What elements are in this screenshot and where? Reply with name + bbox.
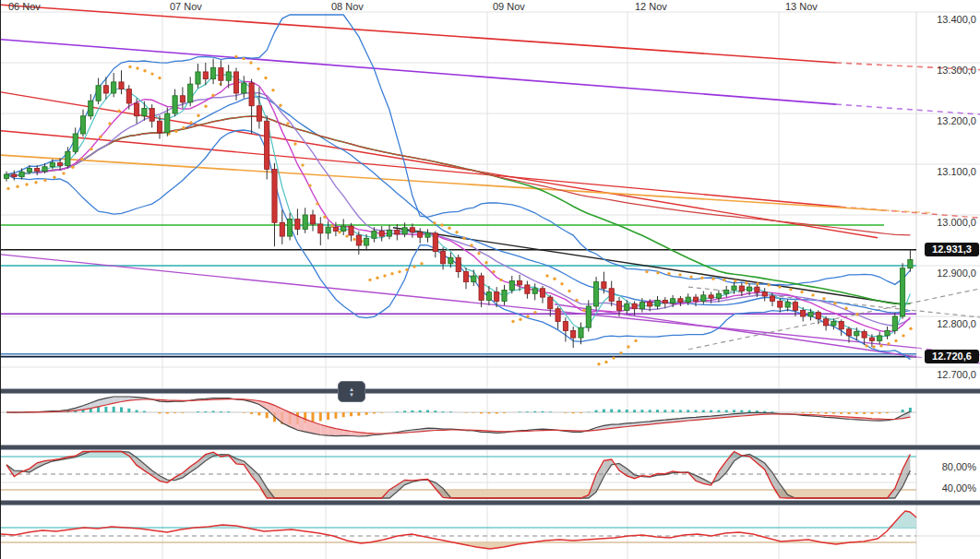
date-label: 06 Nov xyxy=(8,1,41,12)
date-label: 08 Nov xyxy=(331,1,364,12)
stoch-axis-label: 40,00% xyxy=(942,482,976,494)
trading-chart-window: 06 Nov 07 Nov 08 Nov 09 Nov 12 Nov 13 No… xyxy=(0,0,980,559)
date-label: 12 Nov xyxy=(635,1,667,12)
stoch-axis-label: 80,00% xyxy=(942,461,976,472)
price-axis-label: 12.800,0 xyxy=(937,318,976,329)
chart-canvas[interactable] xyxy=(1,0,980,559)
price-axis-label: 13.300,0 xyxy=(937,65,976,76)
price-axis-label: 13.100,0 xyxy=(937,166,976,177)
price-marker-badge[interactable]: 12.931,3 xyxy=(925,243,979,256)
date-label: 09 Nov xyxy=(493,1,525,12)
price-axis-label: 13.400,0 xyxy=(937,14,976,25)
price-axis-label: 13.000,0 xyxy=(937,217,976,228)
panel-splitter-button[interactable]: ▲ ▼ xyxy=(338,381,365,402)
date-label: 07 Nov xyxy=(170,1,202,12)
price-axis-label: 13.200,0 xyxy=(937,115,976,126)
date-label: 13 Nov xyxy=(785,1,818,12)
price-axis-label: 12.900,0 xyxy=(937,268,976,279)
chevron-down-icon: ▼ xyxy=(349,392,354,398)
price-marker-badge[interactable]: 12.720,6 xyxy=(925,350,979,363)
price-axis-label: 12.700,0 xyxy=(937,369,976,380)
